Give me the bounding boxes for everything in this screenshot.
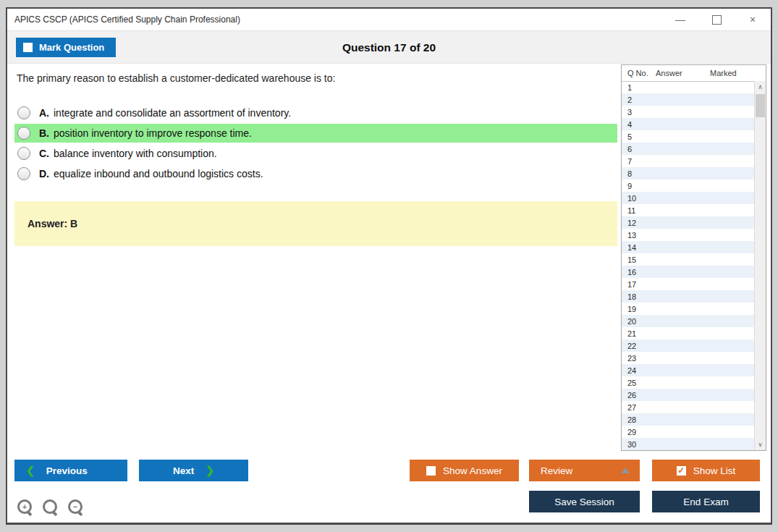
question-list-row[interactable]: 7	[622, 155, 754, 167]
question-list-row[interactable]: 5	[622, 130, 754, 143]
question-list-row[interactable]: 16	[622, 266, 754, 278]
show-answer-checkbox[interactable]	[426, 466, 436, 476]
show-list-button[interactable]: Show List	[652, 460, 760, 481]
scrollbar-thumb[interactable]	[756, 94, 765, 117]
cell-c-q: 2	[622, 96, 656, 104]
question-list-row[interactable]: 30	[622, 438, 754, 450]
question-list-row[interactable]: 1	[622, 81, 754, 93]
question-list-row[interactable]: 3	[622, 106, 754, 118]
magnifier-handle	[51, 510, 57, 516]
save-session-label: Save Session	[554, 497, 614, 507]
show-answer-button[interactable]: Show Answer	[410, 460, 519, 481]
question-list-row[interactable]: 12	[622, 216, 754, 229]
radio-button[interactable]	[17, 106, 30, 119]
question-list: 1234567891011121314151617181920212223242…	[622, 81, 754, 450]
question-list-row[interactable]: 2	[622, 93, 754, 106]
cell-c-q: 22	[622, 342, 656, 350]
cell-c-q: 29	[622, 428, 656, 436]
cell-c-q: 20	[622, 317, 656, 326]
cell-c-q: 11	[622, 206, 656, 215]
question-list-row[interactable]: 18	[622, 290, 754, 303]
question-list-row[interactable]: 14	[622, 241, 754, 253]
radio-button[interactable]	[17, 147, 30, 160]
question-list-row[interactable]: 13	[622, 229, 754, 241]
cell-c-q: 5	[622, 132, 656, 141]
question-list-row[interactable]: 6	[622, 143, 754, 155]
question-list-row[interactable]: 15	[622, 253, 754, 266]
question-list-row[interactable]: 10	[622, 192, 754, 204]
zoom-in-icon[interactable]: +	[17, 499, 35, 517]
show-list-checkbox[interactable]	[677, 466, 686, 476]
review-label: Review	[541, 465, 572, 476]
chevron-right-icon: ❯	[206, 465, 214, 476]
option-letter: B.	[39, 127, 49, 139]
answer-box: Answer: B	[14, 201, 617, 246]
cell-c-q: 24	[622, 366, 656, 375]
close-button[interactable]: ×	[735, 9, 771, 30]
review-dropdown-button[interactable]: Review	[529, 460, 640, 481]
next-button[interactable]: Next ❯	[139, 460, 248, 481]
header-band: Question 17 of 20 Mark Question	[7, 30, 771, 64]
title-bar: APICS CSCP (APICS Certified Supply Chain…	[7, 9, 771, 30]
cell-c-q: 15	[622, 256, 656, 264]
option-row-B[interactable]: B.position inventory to improve response…	[14, 124, 617, 143]
question-list-row[interactable]: 8	[622, 167, 754, 180]
question-text: The primary reason to establish a custom…	[17, 72, 335, 84]
cell-c-q: 9	[622, 182, 656, 190]
mark-question-checkbox[interactable]	[23, 43, 33, 52]
zoom-reset-icon[interactable]	[43, 499, 60, 517]
radio-button[interactable]	[17, 127, 30, 140]
previous-button[interactable]: ❮ Previous	[14, 460, 127, 481]
cell-c-q: 27	[622, 403, 656, 412]
question-list-row[interactable]: 22	[622, 339, 754, 352]
question-list-row[interactable]: 9	[622, 180, 754, 192]
maximize-icon	[712, 15, 722, 25]
cell-c-q: 10	[622, 194, 656, 203]
question-list-row[interactable]: 19	[622, 303, 754, 315]
question-list-row[interactable]: 25	[622, 376, 754, 389]
scroll-up-icon[interactable]: ∧	[755, 81, 766, 93]
question-list-row[interactable]: 17	[622, 278, 754, 290]
question-list-row[interactable]: 28	[622, 413, 754, 426]
radio-button[interactable]	[17, 167, 30, 180]
previous-label: Previous	[46, 465, 88, 476]
option-text: balance inventory with consumption.	[54, 148, 217, 159]
option-row-D[interactable]: D.equalize inbound and outbound logistic…	[14, 164, 617, 183]
zoom-out-icon[interactable]: −	[68, 499, 85, 517]
option-row-A[interactable]: A.integrate and consolidate an assortmen…	[14, 104, 617, 122]
question-list-row[interactable]: 26	[622, 389, 754, 401]
show-list-label: Show List	[693, 465, 736, 476]
cell-c-q: 25	[622, 379, 656, 387]
option-letter: D.	[39, 168, 49, 180]
end-exam-label: End Exam	[683, 497, 728, 507]
question-list-row[interactable]: 29	[622, 426, 754, 438]
mark-question-button[interactable]: Mark Question	[16, 38, 116, 57]
question-list-scrollbar[interactable]: ∧ ∨	[754, 81, 766, 450]
cell-c-q: 21	[622, 329, 656, 338]
question-list-row[interactable]: 4	[622, 118, 754, 130]
question-list-row[interactable]: 27	[622, 401, 754, 413]
column-header-marked: Marked	[710, 69, 748, 77]
option-row-C[interactable]: C.balance inventory with consumption.	[14, 144, 617, 163]
chevron-left-icon: ❮	[26, 465, 35, 476]
options-list: A.integrate and consolidate an assortmen…	[14, 104, 617, 185]
magnifier-handle	[26, 510, 32, 516]
minimize-button[interactable]: —	[662, 9, 698, 30]
save-session-button[interactable]: Save Session	[529, 491, 640, 512]
option-text: position inventory to improve response t…	[54, 127, 252, 139]
app-window: APICS CSCP (APICS Certified Supply Chain…	[6, 7, 772, 525]
question-list-row[interactable]: 24	[622, 364, 754, 376]
end-exam-button[interactable]: End Exam	[652, 491, 760, 512]
question-list-row[interactable]: 11	[622, 204, 754, 216]
option-text: integrate and consolidate an assortment …	[54, 107, 291, 119]
cell-c-q: 23	[622, 354, 656, 363]
question-list-row[interactable]: 23	[622, 352, 754, 364]
cell-c-q: 16	[622, 268, 656, 276]
scroll-down-icon[interactable]: ∨	[755, 439, 766, 450]
cell-c-q: 7	[622, 157, 656, 166]
cell-c-q: 18	[622, 292, 656, 301]
maximize-button[interactable]	[698, 9, 735, 30]
magnifier-handle	[77, 510, 83, 516]
question-list-row[interactable]: 20	[622, 315, 754, 327]
question-list-row[interactable]: 21	[622, 327, 754, 339]
